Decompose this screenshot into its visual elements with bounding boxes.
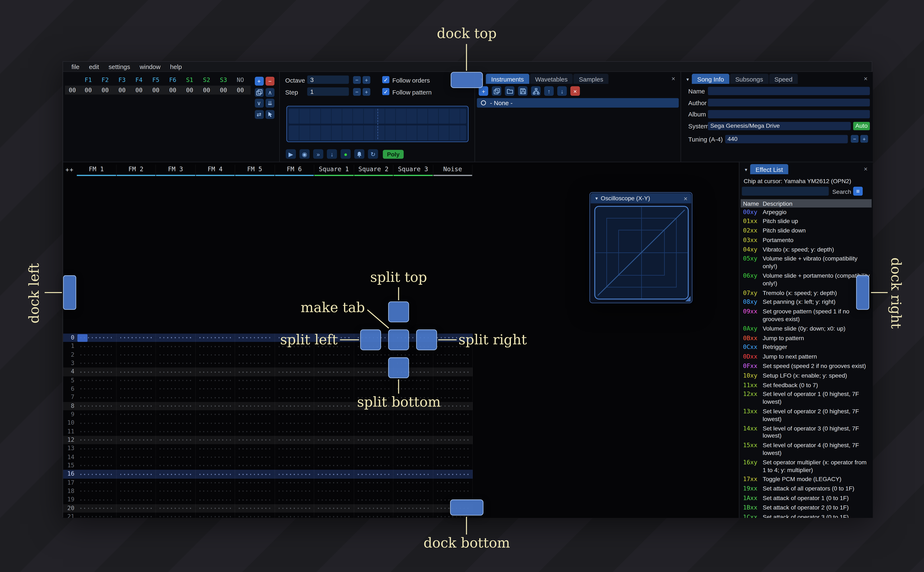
pattern-cell[interactable] [314,351,354,359]
pattern-cell[interactable] [156,385,195,393]
pattern-cell[interactable] [275,444,314,453]
pattern-row[interactable]: 3 [63,359,473,368]
pattern-cell[interactable] [196,342,235,351]
pattern-cell[interactable] [394,436,433,445]
dock-right-target[interactable] [856,275,869,310]
menu-item-help[interactable]: help [165,63,187,70]
pattern-cell[interactable] [156,376,195,385]
pattern-cell[interactable] [235,444,275,453]
system-input[interactable]: Sega Genesis/Mega Drive [708,122,851,130]
effect-row[interactable]: 01xxPitch slide up [741,217,872,227]
pattern-cell[interactable] [235,402,275,410]
pattern-cell[interactable] [235,351,275,359]
song-name-input[interactable] [708,87,870,95]
pattern-cell[interactable] [116,496,156,504]
pattern-cell[interactable] [314,478,354,487]
pattern-cell[interactable] [77,393,116,402]
open-instrument-button[interactable] [505,86,514,96]
pattern-cell[interactable] [77,470,116,479]
pattern-cell[interactable] [433,368,473,376]
pattern-cell[interactable] [156,410,195,419]
pattern-cell[interactable] [196,496,235,504]
order-cell[interactable]: 00 [97,87,114,93]
pattern-cell[interactable] [77,453,116,462]
pattern-cell[interactable] [156,402,195,410]
pattern-cell[interactable] [77,402,116,410]
effect-row[interactable]: 13xxSet level of operator 2 (0 highest, … [741,407,872,424]
pattern-channel-header-fm-4[interactable]: FM 4 [196,165,235,176]
pattern-row[interactable]: 15 [63,462,473,470]
pattern-cell[interactable] [196,393,235,402]
pattern-cell[interactable] [235,410,275,419]
pattern-cell[interactable] [196,368,235,376]
pattern-cell[interactable] [314,410,354,419]
pattern-row[interactable]: 20 [63,504,473,513]
pattern-cell[interactable] [235,513,275,518]
pattern-cell[interactable] [394,385,433,393]
pattern-cell[interactable] [196,334,235,342]
edit-record-toggle[interactable]: ● [341,149,351,159]
pattern-cell[interactable] [275,453,314,462]
oscilloscope-titlebar[interactable]: ▼ Oscilloscope (X-Y) [591,193,691,203]
pattern-cell[interactable] [77,419,116,427]
pattern-cell[interactable] [116,444,156,453]
pattern-cell[interactable] [77,368,116,376]
duplicate-instrument-button[interactable] [492,86,501,96]
octave-decrease-button[interactable]: − [353,76,361,84]
pattern-cell[interactable] [354,513,394,518]
pattern-cell[interactable] [314,444,354,453]
pattern-cell[interactable] [235,427,275,436]
pattern-cell[interactable] [354,470,394,479]
pattern-channel-header-fm-3[interactable]: FM 3 [156,165,195,176]
resize-grip[interactable] [685,296,691,302]
effect-row[interactable]: 06xyVolume slide + portamento (compatibi… [741,272,872,289]
pattern-cell[interactable] [116,334,156,342]
pattern-cell[interactable] [77,385,116,393]
pattern-cell[interactable] [235,376,275,385]
pattern-cell[interactable] [354,487,394,496]
pattern-channel-header-noise[interactable]: Noise [433,165,473,176]
pattern-cell[interactable] [77,436,116,445]
pattern-cell[interactable] [354,453,394,462]
pattern-cell[interactable] [433,359,473,368]
pattern-cell[interactable] [196,419,235,427]
pattern-cell[interactable] [77,376,116,385]
pattern-cell[interactable] [156,444,195,453]
pattern-cell[interactable] [196,410,235,419]
pattern-cell[interactable] [116,419,156,427]
effect-row[interactable]: 0DxxJump to next pattern [741,353,872,362]
pattern-row[interactable]: 6 [63,385,473,393]
pattern-cell[interactable] [275,496,314,504]
pattern-cell[interactable] [354,478,394,487]
metronome-button[interactable] [354,149,364,159]
effect-row[interactable]: 08xySet panning (x: left; y: right) [741,298,872,307]
pattern-cell[interactable] [156,504,195,513]
piano-widget[interactable] [287,106,469,142]
pattern-cell[interactable] [394,470,433,479]
effect-row[interactable]: 03xxPortamento [741,236,872,245]
duplicate-order-button[interactable] [254,88,263,97]
pattern-channel-header-fm-1[interactable]: FM 1 [77,165,116,176]
pattern-cell[interactable] [156,419,195,427]
add-order-button[interactable]: + [254,77,263,86]
pattern-cell[interactable] [433,478,473,487]
pattern-cell[interactable] [275,513,314,518]
order-cell[interactable]: 00 [164,87,181,93]
step-row-button[interactable]: ↓ [327,149,337,159]
effect-row[interactable]: 12xxSet level of operator 1 (0 highest, … [741,390,872,407]
pattern-cell[interactable] [314,487,354,496]
pattern-cell[interactable] [275,410,314,419]
pattern-cell[interactable] [196,385,235,393]
pattern-cell[interactable] [275,504,314,513]
pattern-channel-header-square-1[interactable]: Square 1 [314,165,354,176]
pattern-cell[interactable] [156,334,195,342]
follow-pattern-checkbox[interactable]: ✓ [382,88,390,95]
order-row-index[interactable]: 00 [65,87,80,93]
pattern-cell[interactable] [314,376,354,385]
instrument-list-item[interactable]: - None - [477,98,679,108]
pattern-cell[interactable] [196,376,235,385]
tuning-increase-button[interactable]: + [860,135,868,143]
pattern-cell[interactable] [433,453,473,462]
oscilloscope-window[interactable]: ▼ Oscilloscope (X-Y) × [589,192,692,303]
pattern-cell[interactable] [354,436,394,445]
